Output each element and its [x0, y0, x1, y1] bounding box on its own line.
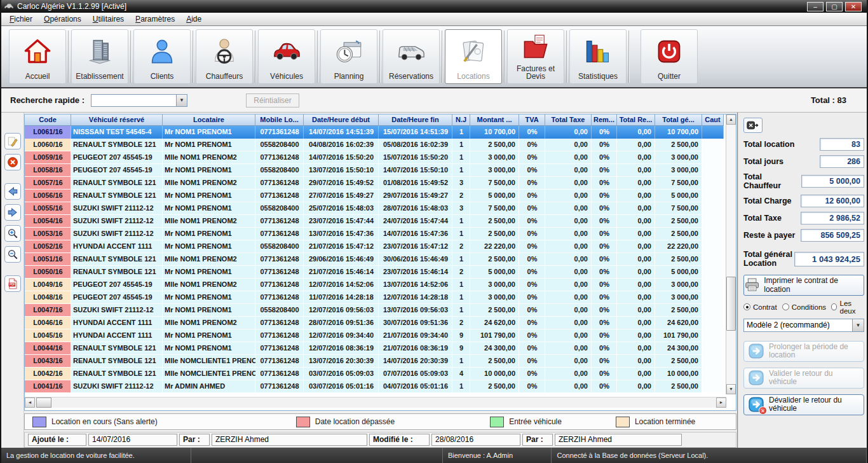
scroll-up-icon[interactable]: ▲: [726, 114, 736, 125]
toolbar-locations[interactable]: Locations: [445, 29, 502, 84]
table-body: L0061/16NISSSAN TEST 54545-4Mr NOM1 PREN…: [25, 126, 724, 393]
column-header-taxe[interactable]: Total Taxe: [545, 114, 592, 126]
cell-tva: 0%: [519, 279, 545, 291]
cell-taxe: 0,00: [545, 329, 592, 342]
column-header-mobile[interactable]: Mobile Lo...: [255, 114, 304, 126]
column-header-totalre[interactable]: Total Re...: [617, 114, 655, 126]
horizontal-scrollbar[interactable]: ◄ ►: [25, 397, 726, 408]
table-row[interactable]: L0049/16PEUGEOT 207 45545-19Mlle NOM1 PR…: [25, 279, 724, 291]
chevron-down-icon[interactable]: ▼: [176, 95, 187, 106]
total-label: Total location: [743, 140, 794, 149]
table-row[interactable]: L0056/16RENAULT SYMBOLE 121Mr NOM1 PRENO…: [25, 190, 724, 202]
total-row: Total jours286: [743, 155, 864, 168]
close-button[interactable]: ✕: [845, 2, 862, 11]
zoom-in-button[interactable]: [4, 225, 21, 242]
radio-conditions[interactable]: Conditions: [782, 303, 826, 311]
toolbar-etablissement[interactable]: Etablissement: [71, 29, 128, 84]
prolonger-la-periode-de-location-button[interactable]: Prolonger la période de location: [743, 341, 864, 362]
model-select[interactable]: Modèle 2 (recommandé) ▼: [743, 319, 864, 332]
table-row[interactable]: L0055/16SUZUKI SWIFT 21112-12Mr NOM1 PRE…: [25, 202, 724, 215]
table-row[interactable]: L0051/16RENAULT SYMBOLE 121Mlle NOM1 PRE…: [25, 253, 724, 266]
table-row[interactable]: L0059/16PEUGEOT 207 45545-19Mlle NOM1 PR…: [25, 151, 724, 164]
vertical-scrollbar[interactable]: ▲ ▼: [726, 114, 736, 394]
cell-mobile: 0558208400: [255, 304, 304, 317]
cell-mobile: 0771361248: [255, 253, 304, 266]
column-header-montant[interactable]: Montant ...: [470, 114, 519, 126]
table-row[interactable]: L0046/16HYUNDAI ACCENT 1111Mlle NOM1 PRE…: [25, 317, 724, 329]
export-pdf-button[interactable]: PDF: [4, 275, 21, 292]
search-input[interactable]: ▼: [91, 94, 187, 107]
chevron-down-icon[interactable]: ▼: [852, 319, 864, 331]
column-header-vehicle[interactable]: Véhiculé réservé: [71, 114, 163, 126]
search-value[interactable]: [92, 95, 176, 106]
toolbar-statistiques[interactable]: Statistiques: [569, 29, 627, 84]
table-row[interactable]: L0054/16SUZUKI SWIFT 21112-12Mlle NOM1 P…: [25, 215, 724, 228]
cell-end: 23/07/2016 15:47:12: [379, 240, 452, 253]
toolbar-accueil[interactable]: Accueil: [9, 29, 66, 84]
next-button[interactable]: [4, 204, 21, 221]
column-header-nj[interactable]: N.J: [452, 114, 470, 126]
menu-parametres[interactable]: Paramètres: [130, 13, 180, 25]
edit-button[interactable]: [4, 133, 21, 149]
toolbar-planning[interactable]: Planning: [320, 29, 377, 84]
column-header-client[interactable]: Locataire: [163, 114, 255, 126]
scroll-right-icon[interactable]: ►: [716, 397, 726, 408]
table-row[interactable]: L0047/16SUZUKI SWIFT 21112-12Mr NOM1 PRE…: [25, 304, 724, 317]
column-header-caut[interactable]: Caut: [702, 114, 724, 126]
cell-client: Mlle NOMCLIENTE1 PRENO: [163, 355, 255, 368]
radio-contrat[interactable]: Contrat: [743, 303, 777, 311]
horizontal-scroll-thumb[interactable]: [36, 397, 51, 408]
table-row[interactable]: L0057/16RENAULT SYMBOLE 121Mlle NOM1 PRE…: [25, 177, 724, 190]
print-contract-button[interactable]: Imprimer le contrat de location: [743, 275, 864, 296]
previous-button[interactable]: [4, 183, 21, 200]
table-row[interactable]: L0043/16RENAULT SYMBOLE 121Mlle NOMCLIEN…: [25, 355, 724, 368]
radio-les-deux[interactable]: Les deux: [831, 300, 864, 315]
table-row[interactable]: L0041/16SUZUKI SWIFT 21112-12Mr ADMIN AH…: [25, 380, 724, 393]
toolbar-factures-et-devis[interactable]: Factures et Devis: [507, 29, 564, 84]
reset-button[interactable]: Réintialiser: [246, 93, 299, 107]
table-row[interactable]: L0044/16RENAULT SYMBOLE 121Mr NOM1 PRENO…: [25, 342, 724, 355]
table-row[interactable]: L0053/16SUZUKI SWIFT 21112-12Mr NOM1 PRE…: [25, 228, 724, 240]
minimize-button[interactable]: –: [807, 2, 824, 11]
menu-fichier[interactable]: Fichier: [4, 13, 38, 25]
column-header-start[interactable]: Date/Heure début: [304, 114, 379, 126]
total-row: Total location83: [743, 138, 864, 151]
cell-montant: 7 500,00: [470, 177, 519, 190]
column-header-rem[interactable]: Rem...: [592, 114, 617, 126]
menu-utilitaires[interactable]: Utilitaires: [87, 13, 130, 25]
toolbar-clients[interactable]: Clients: [133, 29, 191, 84]
cell-caut: [702, 240, 724, 253]
menu-aide[interactable]: Aide: [180, 13, 207, 25]
table-row[interactable]: L0048/16PEUGEOT 207 45545-19Mr NOM1 PREN…: [25, 291, 724, 304]
scroll-left-icon[interactable]: ◄: [25, 397, 35, 408]
collapse-panel-button[interactable]: [743, 118, 763, 133]
toolbar-vehicules[interactable]: Véhicules: [258, 29, 315, 84]
menu-operations[interactable]: Opérations: [38, 13, 87, 25]
column-header-tva[interactable]: TVA: [519, 114, 545, 126]
toolbar-quitter[interactable]: Quitter: [641, 29, 698, 84]
table-row[interactable]: L0045/16HYUNDAI ACCENT 1111Mr NOM1 PRENO…: [25, 329, 724, 342]
cell-caut: [702, 177, 724, 190]
column-header-end[interactable]: Date/Heure fin: [379, 114, 452, 126]
toolbar-reservations[interactable]: Réservations: [383, 29, 440, 84]
table-row[interactable]: L0042/16RENAULT SYMBOLE 121Mlle NOMCLIEN…: [25, 368, 724, 380]
column-header-code[interactable]: Code: [25, 114, 71, 126]
valider-le-retour-du-vehicule-button[interactable]: Valider le retour du véhicule: [743, 368, 864, 389]
table-row[interactable]: L0060/16RENAULT SYMBOLE 121Mr NOM1 PRENO…: [25, 139, 724, 151]
table-row[interactable]: L0050/16RENAULT SYMBOLE 121Mr NOM1 PRENO…: [25, 266, 724, 279]
maximize-button[interactable]: ▢: [826, 2, 843, 11]
footer-value: 28/08/2016: [431, 434, 520, 446]
column-header-totalge[interactable]: Total gé...: [655, 114, 702, 126]
toolbar-chauffeurs[interactable]: Chauffeurs: [196, 29, 253, 84]
delete-button[interactable]: [4, 154, 21, 170]
table-row[interactable]: L0058/16PEUGEOT 207 45545-19Mr NOM1 PREN…: [25, 164, 724, 177]
vertical-scroll-thumb[interactable]: [726, 277, 736, 331]
devalider-le-retour-du-vehicule-button[interactable]: ✕Dévalider le retour du véhicule: [743, 394, 864, 415]
table-row[interactable]: L0052/16HYUNDAI ACCENT 1111Mr NOM1 PRENO…: [25, 240, 724, 253]
legend-item: Entrée véhicule: [490, 417, 562, 427]
legend-item: Date location dépassée: [296, 417, 395, 427]
cell-nj: 1: [452, 139, 470, 151]
scroll-down-icon[interactable]: ▼: [726, 384, 736, 394]
zoom-out-button[interactable]: [4, 246, 21, 263]
table-row[interactable]: L0061/16NISSSAN TEST 54545-4Mr NOM1 PREN…: [25, 126, 724, 139]
